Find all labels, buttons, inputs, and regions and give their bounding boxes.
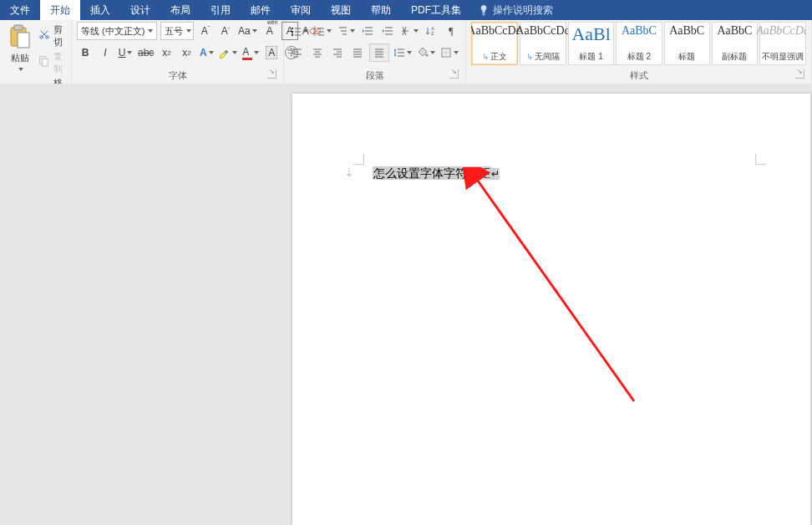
line-spacing-button[interactable] bbox=[393, 43, 413, 62]
style-preview: AaBbCcDd bbox=[756, 25, 806, 37]
paste-button[interactable] bbox=[5, 22, 35, 52]
align-left-button[interactable] bbox=[289, 43, 306, 62]
numbering-button[interactable]: 123 bbox=[312, 22, 332, 40]
document-canvas[interactable]: ⇣ 怎么设置字体字符间距↵ bbox=[0, 84, 812, 525]
paste-label: 粘贴 bbox=[11, 52, 29, 64]
style-preview: AaBbCcDd bbox=[515, 25, 570, 37]
font-launcher[interactable]: ↘ bbox=[267, 69, 277, 79]
style-item[interactable]: AaBbCcDd↳无间隔 bbox=[520, 22, 566, 65]
style-caption: ↳无间隔 bbox=[526, 51, 560, 63]
highlight-button[interactable] bbox=[218, 43, 238, 62]
tab-file[interactable]: 文件 bbox=[0, 0, 40, 20]
font-size-combo[interactable]: 五号 bbox=[160, 22, 194, 40]
text-effects-button[interactable]: A bbox=[198, 43, 215, 62]
paragraph-launcher[interactable]: ↘ bbox=[449, 69, 459, 79]
paragraph[interactable]: 怎么设置字体字符间距↵ bbox=[373, 166, 500, 181]
sort-button[interactable]: AZ bbox=[423, 22, 439, 40]
show-marks-button[interactable]: ¶ bbox=[443, 22, 459, 40]
group-font: 等线 (中文正文) 五号 Aˆ Aˇ Aa wénA A A⌫ B I U ab… bbox=[72, 20, 284, 84]
font-color-button[interactable]: A bbox=[241, 43, 260, 62]
decrease-indent-button[interactable] bbox=[359, 22, 376, 40]
page[interactable]: ⇣ 怎么设置字体字符间距↵ bbox=[292, 94, 810, 525]
group-paragraph-label: 段落 ↘ bbox=[289, 68, 460, 84]
style-item[interactable]: AaBbC标题 bbox=[664, 22, 710, 65]
group-styles: AaBbCcDd↳正文AaBbCcDd↳无间隔AaBl标题 1AaBbC标题 2… bbox=[466, 20, 812, 84]
align-right-button[interactable] bbox=[329, 43, 346, 62]
font-name-combo[interactable]: 等线 (中文正文) bbox=[77, 22, 157, 40]
svg-point-9 bbox=[292, 28, 293, 29]
styles-gallery[interactable]: AaBbCcDd↳正文AaBbCcDd↳无间隔AaBl标题 1AaBbC标题 2… bbox=[471, 22, 806, 68]
tab-review[interactable]: 审阅 bbox=[281, 0, 321, 20]
svg-rect-2 bbox=[18, 33, 29, 48]
tab-references[interactable]: 引用 bbox=[200, 0, 241, 20]
style-caption: 标题 1 bbox=[579, 51, 602, 63]
shrink-font-button[interactable]: Aˇ bbox=[217, 22, 234, 40]
copy-label: 复制 bbox=[53, 50, 66, 75]
align-center-button[interactable] bbox=[309, 43, 326, 62]
grow-font-button[interactable]: Aˆ bbox=[197, 22, 214, 40]
style-preview: AaBbCcDd bbox=[471, 25, 522, 37]
shading-button[interactable] bbox=[416, 43, 436, 62]
svg-point-17 bbox=[426, 54, 429, 57]
distributed-button[interactable] bbox=[369, 43, 389, 62]
tab-mail[interactable]: 邮件 bbox=[241, 0, 281, 20]
group-font-label: 字体 ↘ bbox=[77, 68, 278, 84]
bold-button[interactable]: B bbox=[77, 43, 94, 62]
newline-mark: ↵ bbox=[491, 168, 500, 180]
styles-launcher[interactable]: ↘ bbox=[795, 69, 804, 79]
underline-button[interactable]: U bbox=[117, 43, 134, 62]
svg-point-11 bbox=[292, 34, 293, 36]
style-item[interactable]: AaBbCcDd↳正文 bbox=[471, 22, 518, 65]
group-styles-label: 样式 ↘ bbox=[471, 68, 806, 84]
tab-insert[interactable]: 插入 bbox=[80, 0, 120, 20]
style-preview: AaBbC bbox=[717, 25, 752, 37]
svg-rect-1 bbox=[14, 25, 23, 30]
style-caption: 不明显强调 bbox=[762, 51, 804, 63]
tab-help[interactable]: 帮助 bbox=[361, 0, 401, 20]
paragraph-mark-icon: ⇣ bbox=[344, 166, 354, 179]
tab-view[interactable]: 视图 bbox=[321, 0, 361, 20]
highlighter-icon bbox=[219, 47, 231, 59]
asian-layout-button[interactable] bbox=[399, 22, 419, 40]
style-caption: 副标题 bbox=[722, 51, 747, 63]
tab-layout[interactable]: 布局 bbox=[160, 0, 200, 20]
menu-bar: 文件 开始 插入 设计 布局 引用 邮件 审阅 视图 帮助 PDF工具集 操作说… bbox=[0, 0, 812, 20]
justify-button[interactable] bbox=[349, 43, 366, 62]
multilevel-button[interactable] bbox=[336, 22, 356, 40]
paste-dropdown[interactable] bbox=[12, 64, 28, 74]
svg-rect-6 bbox=[42, 59, 48, 66]
char-shading-button[interactable]: A bbox=[263, 43, 280, 62]
borders-button[interactable] bbox=[439, 43, 459, 62]
style-caption: ↳正文 bbox=[482, 51, 507, 63]
tell-me-search[interactable]: 操作说明搜索 bbox=[478, 0, 553, 20]
style-preview: AaBbC bbox=[669, 25, 704, 37]
change-case-button[interactable]: Aa bbox=[237, 22, 258, 40]
style-item[interactable]: AaBbCcDd不明显强调 bbox=[759, 22, 806, 65]
style-item[interactable]: AaBbC副标题 bbox=[712, 22, 758, 65]
copy-icon bbox=[38, 55, 50, 70]
strikethrough-button[interactable]: abc bbox=[137, 43, 155, 62]
svg-text:3: 3 bbox=[313, 32, 316, 37]
scissors-icon bbox=[38, 28, 50, 43]
superscript-button[interactable]: x2 bbox=[178, 43, 195, 62]
lightbulb-icon bbox=[478, 4, 490, 16]
style-item[interactable]: AaBl标题 1 bbox=[568, 22, 614, 65]
svg-point-10 bbox=[292, 31, 293, 33]
selected-text[interactable]: 怎么设置字体字符间距 bbox=[373, 166, 491, 180]
group-clipboard: 粘贴 剪切 复制 格式刷 剪贴板 ↘ bbox=[0, 20, 72, 84]
copy-button[interactable]: 复制 bbox=[38, 50, 66, 75]
style-item[interactable]: AaBbC标题 2 bbox=[616, 22, 662, 65]
increase-indent-button[interactable] bbox=[379, 22, 396, 40]
tab-design[interactable]: 设计 bbox=[120, 0, 160, 20]
tell-me-label: 操作说明搜索 bbox=[493, 3, 553, 18]
tab-home[interactable]: 开始 bbox=[40, 0, 80, 20]
cut-label: 剪切 bbox=[53, 23, 66, 48]
phonetic-guide-button[interactable]: wénA bbox=[261, 22, 278, 40]
subscript-button[interactable]: x2 bbox=[158, 43, 175, 62]
style-caption: 标题 bbox=[678, 51, 695, 63]
ribbon: 粘贴 剪切 复制 格式刷 剪贴板 ↘ bbox=[0, 20, 812, 84]
cut-button[interactable]: 剪切 bbox=[38, 23, 66, 48]
tab-pdf-tools[interactable]: PDF工具集 bbox=[401, 0, 471, 20]
bullets-button[interactable] bbox=[289, 22, 309, 40]
italic-button[interactable]: I bbox=[97, 43, 114, 62]
